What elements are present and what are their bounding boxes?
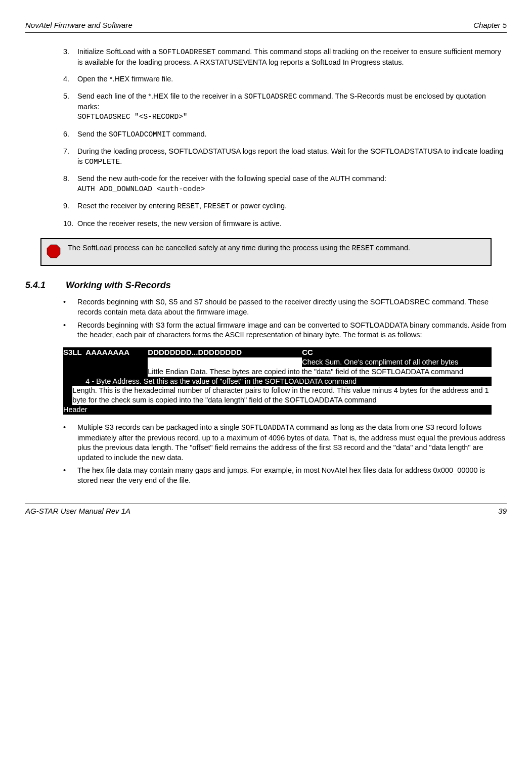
- step-text: Reset the receiver by entering RESET, FR…: [77, 201, 507, 212]
- step-number: 8.: [63, 174, 77, 194]
- bullet-text: Records beginning with S3 form the actua…: [77, 321, 507, 340]
- instruction-step: 8.Send the new auth-code for the receive…: [63, 174, 507, 194]
- bullet-text: The hex file data may contain many gaps …: [77, 466, 507, 485]
- s-record-format-table: S3 LL AAAAAAAA DDDDDDDD...DDDDDDDD CC Ch…: [63, 347, 492, 415]
- srec-header-aa: AAAAAAAA: [85, 347, 148, 357]
- stop-icon: [47, 244, 61, 261]
- step-text: Send each line of the *.HEX file to the …: [77, 92, 507, 122]
- step-number: 4.: [63, 74, 77, 84]
- step-text: Send the SOFTLOADCOMMIT command.: [77, 129, 507, 140]
- header-left: NovAtel Firmware and Software: [25, 20, 132, 30]
- svg-marker-0: [47, 245, 60, 258]
- srec-header-dd: DDDDDDDD...DDDDDDDD: [148, 347, 302, 357]
- page-footer: AG-STAR User Manual Rev 1A 39: [25, 506, 507, 516]
- srec-header-ll: LL: [72, 347, 85, 357]
- step-text: Open the *.HEX firmware file.: [77, 74, 507, 84]
- instruction-step: 6.Send the SOFTLOADCOMMIT command.: [63, 129, 507, 140]
- step-number: 10.: [63, 219, 77, 229]
- step-number: 6.: [63, 129, 77, 140]
- step-number: 5.: [63, 92, 77, 122]
- step-text: Initialize SoftLoad with a SOFTLOADRESET…: [77, 47, 507, 67]
- srec-header-cc: CC: [302, 347, 492, 357]
- step-text: Send the new auth-code for the receiver …: [77, 174, 507, 194]
- footer-right: 39: [498, 506, 507, 516]
- instruction-step: 3.Initialize SoftLoad with a SOFTLOADRES…: [63, 47, 507, 67]
- srec-aa-description: 4 - Byte Address. Set this as the value …: [85, 377, 492, 386]
- bullet-text: Multiple S3 records can be packaged into…: [77, 423, 507, 463]
- srec-header-s3: S3: [63, 347, 72, 357]
- step-text: Once the receiver resets, the new versio…: [77, 219, 507, 229]
- bullet-marker: •: [63, 466, 77, 485]
- bullet-item: •The hex file data may contain many gaps…: [63, 466, 507, 485]
- srec-dd-description: Little Endian Data. These bytes are copi…: [148, 367, 492, 377]
- instruction-list: 3.Initialize SoftLoad with a SOFTLOADRES…: [25, 47, 507, 229]
- section-heading: 5.4.1 Working with S-Records: [25, 279, 507, 291]
- section-number: 5.4.1: [25, 279, 63, 291]
- instruction-step: 5.Send each line of the *.HEX file to th…: [63, 92, 507, 122]
- srec-s3-description: Header: [63, 405, 492, 415]
- bullet-list-top: •Records beginning with S0, S5 and S7 sh…: [25, 297, 507, 340]
- bullet-item: •Records beginning with S0, S5 and S7 sh…: [63, 297, 507, 317]
- srec-cc-description: Check Sum. One's compliment of all other…: [302, 357, 492, 367]
- step-number: 7.: [63, 147, 77, 167]
- step-text: During the loading process, SOFTLOADSTAT…: [77, 147, 507, 167]
- bullet-marker: •: [63, 321, 77, 340]
- bullet-item: •Multiple S3 records can be packaged int…: [63, 423, 507, 463]
- bullet-item: •Records beginning with S3 form the actu…: [63, 321, 507, 340]
- bullet-marker: •: [63, 423, 77, 463]
- note-text: The SoftLoad process can be cancelled sa…: [68, 243, 485, 254]
- bullet-list-bottom: •Multiple S3 records can be packaged int…: [25, 423, 507, 485]
- header-rule: [25, 32, 507, 33]
- section-title: Working with S-Records: [66, 280, 171, 290]
- footer-left: AG-STAR User Manual Rev 1A: [25, 506, 130, 516]
- footer-rule: [25, 504, 507, 504]
- instruction-step: 4.Open the *.HEX firmware file.: [63, 74, 507, 84]
- bullet-marker: •: [63, 297, 77, 317]
- bullet-text: Records beginning with S0, S5 and S7 sho…: [77, 297, 507, 317]
- srec-ll-description: Length. This is the hexadecimal number o…: [72, 386, 492, 405]
- instruction-step: 9.Reset the receiver by entering RESET, …: [63, 201, 507, 212]
- header-right: Chapter 5: [473, 20, 507, 30]
- instruction-step: 7.During the loading process, SOFTLOADST…: [63, 147, 507, 167]
- step-number: 3.: [63, 47, 77, 67]
- step-number: 9.: [63, 201, 77, 212]
- instruction-step: 10.Once the receiver resets, the new ver…: [63, 219, 507, 229]
- warning-note: The SoftLoad process can be cancelled sa…: [40, 238, 492, 266]
- page-header: NovAtel Firmware and Software Chapter 5: [25, 20, 507, 30]
